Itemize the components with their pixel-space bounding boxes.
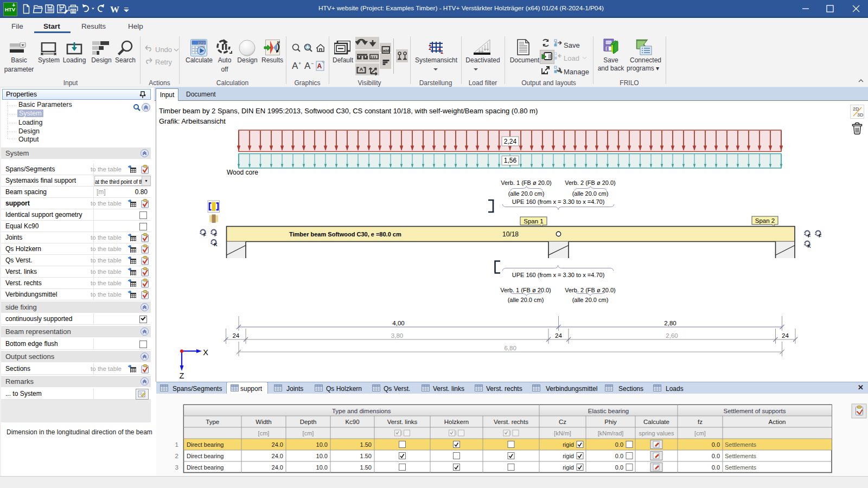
svg-text:Span 2: Span 2 (755, 217, 775, 224)
svg-text:M: M (277, 41, 280, 44)
svg-text:1.50: 1.50 (360, 453, 372, 459)
svg-text:2,24: 2,24 (504, 138, 517, 145)
svg-text:[kNm/rad]: [kNm/rad] (598, 430, 624, 436)
svg-text:10.0: 10.0 (316, 453, 328, 459)
svg-text:Verst. links: Verst. links (387, 419, 418, 425)
svg-text:24: 24 (555, 332, 562, 339)
svg-text:1: 1 (175, 441, 178, 448)
svg-text:3D: 3D (857, 112, 864, 118)
svg-text:2,60: 2,60 (666, 332, 678, 339)
svg-text:Timber beam Softwood C30, e =8: Timber beam Softwood C30, e =80.0 cm (289, 231, 401, 237)
svg-text:A: A (317, 62, 322, 70)
svg-text:K: K (214, 242, 218, 247)
svg-text:Settlements: Settlements (725, 441, 757, 448)
svg-text:0.0: 0.0 (615, 453, 623, 459)
svg-text:3: 3 (175, 464, 178, 471)
svg-text:1,56: 1,56 (504, 157, 517, 164)
svg-text:Timber beam by 2 Spans, DIN EN: Timber beam by 2 Spans, DIN EN 1995:2013… (159, 107, 538, 115)
svg-text:Settlements: Settlements (725, 453, 757, 459)
svg-text:Verst. rechts: Verst. rechts (494, 419, 528, 425)
svg-text:(alle 20.0 cm): (alle 20.0 cm) (508, 297, 544, 303)
svg-text:2,80: 2,80 (664, 320, 676, 326)
svg-text:Direct bearing: Direct bearing (187, 464, 224, 471)
svg-text:[cm]: [cm] (258, 430, 270, 436)
svg-text:F: F (214, 232, 217, 237)
svg-text:Verb. 1 (FB ø 20.0): Verb. 1 (FB ø 20.0) (501, 179, 552, 186)
svg-text:0.0: 0.0 (712, 464, 720, 471)
svg-text:rigid: rigid (563, 464, 574, 471)
svg-text:(alle 20.0 cm): (alle 20.0 cm) (572, 297, 609, 303)
svg-text:123: 123 (197, 41, 205, 46)
svg-text:A: A (292, 61, 298, 71)
svg-text:1.50: 1.50 (360, 464, 372, 471)
svg-text:F: F (819, 233, 821, 239)
svg-text:UPE 160 (from x = 3.30 to x =4: UPE 160 (from x = 3.30 to x =4.70) (512, 272, 605, 278)
svg-text:0.0: 0.0 (712, 441, 720, 448)
svg-text:24: 24 (232, 332, 239, 339)
svg-text:Type and dimensions: Type and dimensions (332, 408, 391, 414)
svg-text:Kc90: Kc90 (345, 419, 359, 425)
svg-text:Grafik: Arbeitsansicht: Grafik: Arbeitsansicht (159, 117, 226, 125)
svg-text:[cm]: [cm] (303, 430, 314, 436)
svg-text:10.0: 10.0 (316, 441, 328, 448)
svg-text:abl: abl (383, 48, 390, 53)
svg-text:24.0: 24.0 (272, 453, 283, 459)
svg-text:Verb. 1 (FB ø 20.0): Verb. 1 (FB ø 20.0) (500, 287, 551, 293)
svg-text:(alle 20.0 cm): (alle 20.0 cm) (572, 190, 609, 197)
svg-text:Verb. 2 (FB ø 20.0): Verb. 2 (FB ø 20.0) (565, 287, 616, 293)
svg-text:K: K (807, 243, 811, 249)
svg-text:X: X (203, 348, 208, 357)
svg-text:Wood core: Wood core (227, 169, 258, 176)
svg-text:10/18: 10/18 (502, 230, 519, 238)
svg-text:rigid: rigid (563, 441, 574, 448)
svg-text:Cz: Cz (559, 419, 566, 425)
svg-text:F: F (808, 233, 810, 239)
svg-text:Holzkern: Holzkern (444, 419, 469, 425)
svg-text:2: 2 (175, 453, 178, 459)
svg-text:spring values: spring values (639, 430, 674, 436)
svg-text:Calculate: Calculate (643, 419, 669, 425)
svg-text:10.0: 10.0 (316, 464, 328, 471)
svg-text:A: A (360, 66, 363, 72)
svg-text:Verb. 2 (FB ø 20.0): Verb. 2 (FB ø 20.0) (565, 179, 616, 186)
svg-text:Type: Type (206, 419, 219, 425)
svg-text:3,80: 3,80 (391, 332, 403, 339)
svg-text:−: − (311, 61, 314, 66)
svg-text:(alle 20.0 cm): (alle 20.0 cm) (508, 190, 545, 197)
svg-text:0.0: 0.0 (615, 464, 623, 471)
svg-text:Span 1: Span 1 (524, 218, 543, 224)
svg-text:+: + (298, 61, 301, 66)
svg-text:24.0: 24.0 (272, 441, 283, 448)
svg-text:Action: Action (769, 419, 786, 425)
svg-text:Phiy: Phiy (604, 419, 617, 425)
svg-text:Width: Width (256, 419, 271, 425)
svg-text:Elastic bearing: Elastic bearing (588, 408, 629, 414)
svg-text:Settlement of supports: Settlement of supports (723, 408, 786, 414)
svg-text:0.0: 0.0 (615, 441, 623, 448)
svg-text:F: F (203, 232, 206, 237)
svg-text:UPE 160 (from x = 3.30 to x =4: UPE 160 (from x = 3.30 to x =4.70) (512, 198, 605, 205)
svg-text:0.0: 0.0 (712, 453, 720, 459)
svg-text:A: A (304, 61, 311, 71)
svg-text:6,80: 6,80 (505, 345, 516, 351)
svg-text:Direct bearing: Direct bearing (187, 441, 224, 448)
svg-text:fz: fz (698, 419, 703, 425)
svg-text:rigid: rigid (563, 453, 574, 459)
svg-text:4,00: 4,00 (392, 320, 404, 326)
svg-text:Depth: Depth (300, 419, 317, 425)
svg-text:24.0: 24.0 (272, 464, 283, 471)
svg-text:Settlements: Settlements (725, 464, 757, 471)
svg-text:Direct bearing: Direct bearing (187, 453, 224, 459)
svg-text:[kN/m]: [kN/m] (554, 430, 571, 436)
svg-text:Z: Z (180, 371, 184, 380)
svg-text:1.50: 1.50 (360, 441, 372, 448)
svg-text:24: 24 (782, 332, 789, 339)
svg-text:[cm]: [cm] (694, 430, 706, 436)
